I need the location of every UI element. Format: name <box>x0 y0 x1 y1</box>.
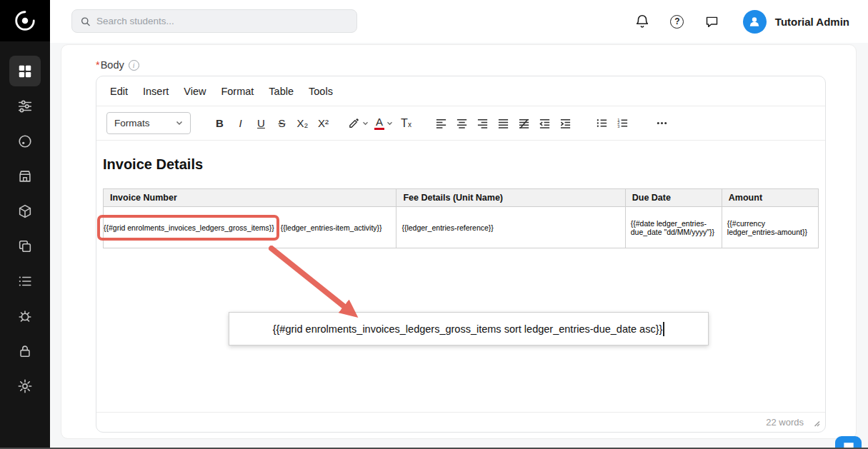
word-count: 22 words <box>766 417 804 428</box>
search-input[interactable] <box>96 16 349 26</box>
sliders-icon <box>17 99 33 114</box>
align-left-button[interactable] <box>431 113 452 134</box>
col-header-amount[interactable]: Amount <box>722 189 818 207</box>
required-marker: * <box>96 59 100 71</box>
align-none-button[interactable] <box>514 113 534 134</box>
numbered-list-button[interactable]: 123 <box>612 113 633 134</box>
sidebar-item-templates[interactable] <box>9 231 41 261</box>
menu-edit[interactable]: Edit <box>110 86 128 97</box>
info-icon[interactable]: i <box>129 60 139 71</box>
bold-button[interactable]: B <box>209 113 230 134</box>
user-name[interactable]: Tutorial Admin <box>775 16 849 28</box>
store-icon <box>17 168 33 184</box>
text-cursor <box>663 322 664 336</box>
editor-content[interactable]: Invoice Details Invoice Number Fee Detai… <box>96 141 825 412</box>
strikethrough-button[interactable]: S <box>271 113 292 134</box>
bullet-list-icon <box>596 117 608 129</box>
sidebar-item-store[interactable] <box>9 161 41 191</box>
menu-table[interactable]: Table <box>269 86 294 97</box>
indent-icon <box>559 117 572 129</box>
menu-view[interactable]: View <box>184 86 206 97</box>
logo-icon <box>13 9 37 33</box>
align-center-button[interactable] <box>452 113 472 134</box>
callout-text: {{#grid enrolments_invoices_ledgers_gros… <box>273 323 663 335</box>
top-header: ? Tutorial Admin <box>50 0 868 43</box>
sidebar-item-settings[interactable] <box>9 370 41 401</box>
chat-icon <box>704 14 719 29</box>
person-icon <box>747 14 762 29</box>
editor-menubar: Edit Insert View Format Table Tools <box>96 76 825 106</box>
sidebar-item-lists[interactable] <box>9 266 41 296</box>
svg-text:3: 3 <box>617 124 619 128</box>
clear-formatting-icon: Tx <box>401 118 411 129</box>
document-heading: Invoice Details <box>103 156 819 173</box>
header-actions: ? Tutorial Admin <box>617 0 849 43</box>
underline-button[interactable]: U <box>251 113 271 134</box>
align-left-icon <box>435 117 447 129</box>
align-right-button[interactable] <box>472 113 493 134</box>
cell-amount[interactable]: {{#currency ledger_entries-amount}} <box>722 207 818 248</box>
clear-formatting-button[interactable]: Tx <box>396 113 416 134</box>
align-justify-button[interactable] <box>493 113 514 134</box>
cell-invoice-number[interactable]: {{#grid enrolments_invoices_ledgers_gros… <box>104 207 396 248</box>
sidebar <box>0 0 50 449</box>
sidebar-item-dashboard[interactable] <box>9 56 41 86</box>
formats-dropdown[interactable]: Formats <box>106 112 191 134</box>
field-label-text: Body <box>101 59 124 71</box>
app-window: ? Tutorial Admin * Body i Edit Insert <box>0 0 868 449</box>
help-icon: ? <box>670 15 684 29</box>
italic-button[interactable]: I <box>230 113 251 134</box>
cell-due-date[interactable]: {{#date ledger_entries-due_date "dd/MM/y… <box>625 207 722 248</box>
copy-icon <box>17 238 33 254</box>
col-header-fee-details[interactable]: Fee Details (Unit Name) <box>396 189 625 207</box>
subscript-button[interactable]: X₂ <box>292 113 313 134</box>
resize-handle[interactable] <box>812 419 820 427</box>
formats-label: Formats <box>114 118 150 128</box>
sidebar-item-appearance[interactable] <box>9 126 41 156</box>
sidebar-item-settings-sliders[interactable] <box>9 91 41 121</box>
table-row: {{#grid enrolments_invoices_ledgers_gros… <box>104 207 819 248</box>
search-box[interactable] <box>71 9 357 33</box>
messages-button[interactable] <box>703 12 722 31</box>
resize-grip-icon <box>812 419 820 427</box>
superscript-button[interactable]: X² <box>313 113 334 134</box>
menu-tools[interactable]: Tools <box>309 86 333 97</box>
help-button[interactable]: ? <box>668 12 687 31</box>
item-activity-merge-tag: {{ledger_entries-item_activity}} <box>281 223 382 232</box>
rich-text-editor: Edit Insert View Format Table Tools Form… <box>96 76 826 433</box>
sidebar-item-packages[interactable] <box>9 196 41 226</box>
sidebar-item-security[interactable] <box>9 336 41 366</box>
cell-fee-details[interactable]: {{ledger_entries-reference}} <box>396 207 625 248</box>
outdent-button[interactable] <box>534 113 555 134</box>
highlight-color-button[interactable] <box>345 113 371 134</box>
bullet-list-button[interactable] <box>592 113 612 134</box>
app-logo[interactable] <box>0 0 50 41</box>
dashboard-icon <box>17 64 33 79</box>
sidebar-nav <box>0 41 50 401</box>
text-style-group: B I U S X₂ X² <box>209 113 334 134</box>
gear-icon <box>17 378 33 394</box>
color-group: A Tx <box>345 113 416 134</box>
search-icon <box>80 16 91 27</box>
annotation-callout: {{#grid enrolments_invoices_ledgers_gros… <box>229 312 709 345</box>
align-none-icon <box>518 117 530 129</box>
align-right-icon <box>477 117 489 129</box>
grid-merge-tag: {{#grid enrolments_invoices_ledgers_gros… <box>104 223 274 232</box>
more-tools-button[interactable] <box>652 113 672 134</box>
body-field-label: * Body i <box>96 59 139 71</box>
chevron-down-icon <box>386 121 393 126</box>
highlighter-icon <box>348 117 360 129</box>
notifications-button[interactable] <box>633 12 652 31</box>
sidebar-item-debug[interactable] <box>9 301 41 331</box>
bell-icon <box>634 14 650 29</box>
col-header-due-date[interactable]: Due Date <box>625 189 722 207</box>
user-avatar[interactable] <box>743 10 767 34</box>
menu-format[interactable]: Format <box>221 86 254 97</box>
outdent-icon <box>539 117 551 129</box>
col-header-invoice-number[interactable]: Invoice Number <box>104 189 396 207</box>
indent-button[interactable] <box>555 113 576 134</box>
menu-insert[interactable]: Insert <box>143 86 169 97</box>
lock-icon <box>17 343 33 359</box>
chevron-down-icon <box>362 121 369 126</box>
text-color-button[interactable]: A <box>371 113 396 134</box>
